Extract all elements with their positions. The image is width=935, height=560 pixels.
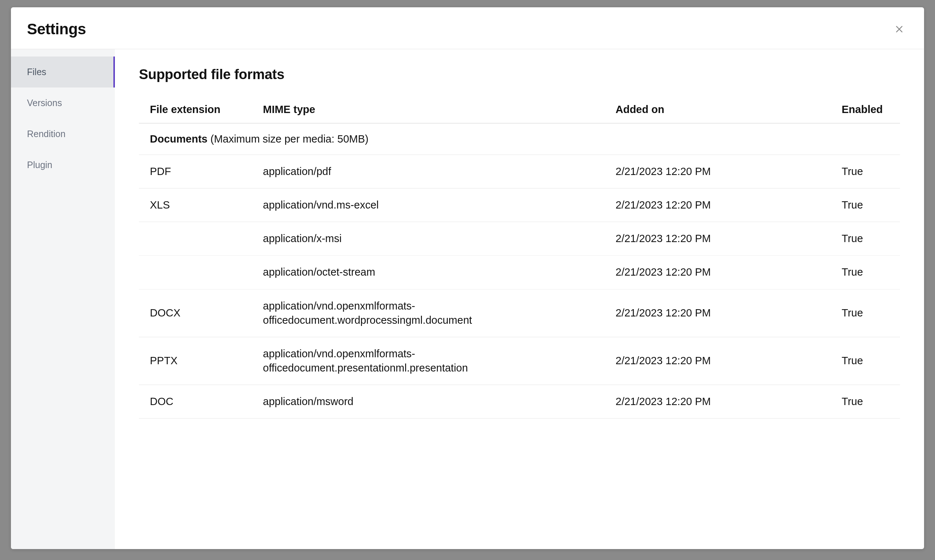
- cell-enabled: True: [842, 307, 889, 319]
- cell-enabled: True: [842, 232, 889, 245]
- close-icon: [895, 25, 904, 34]
- content-title: Supported file formats: [139, 67, 900, 82]
- cell-extension: DOCX: [150, 307, 263, 319]
- table-row: application/x-msi 2/21/2023 12:20 PM Tru…: [139, 222, 900, 255]
- column-header-enabled: Enabled: [842, 103, 889, 115]
- table-row: DOCX application/vnd.openxmlformats-offi…: [139, 289, 900, 337]
- cell-mime: application/msword: [263, 394, 615, 409]
- sidebar: Files Versions Rendition Plugin: [11, 49, 115, 549]
- modal-title: Settings: [27, 20, 86, 38]
- cell-enabled: True: [842, 166, 889, 178]
- table-row: PPTX application/vnd.openxmlformats-offi…: [139, 337, 900, 385]
- column-header-added: Added on: [615, 103, 842, 115]
- cell-mime: application/vnd.ms-excel: [263, 198, 615, 212]
- cell-enabled: True: [842, 199, 889, 211]
- settings-modal: Settings Files Versions Rendition Plugin…: [11, 7, 924, 549]
- cell-enabled: True: [842, 395, 889, 408]
- sidebar-item-files[interactable]: Files: [11, 57, 115, 88]
- table-row: PDF application/pdf 2/21/2023 12:20 PM T…: [139, 155, 900, 188]
- section-name: Documents: [150, 133, 208, 145]
- close-button[interactable]: [892, 22, 907, 37]
- cell-mime: application/octet-stream: [263, 265, 615, 279]
- table-row: application/octet-stream 2/21/2023 12:20…: [139, 255, 900, 289]
- modal-header: Settings: [11, 7, 924, 49]
- cell-enabled: True: [842, 355, 889, 367]
- cell-added: 2/21/2023 12:20 PM: [615, 232, 842, 245]
- cell-mime: application/vnd.openxmlformats-officedoc…: [263, 347, 615, 375]
- table-header-row: File extension MIME type Added on Enable…: [139, 96, 900, 124]
- file-formats-table: File extension MIME type Added on Enable…: [139, 96, 900, 418]
- column-header-mime: MIME type: [263, 103, 615, 115]
- cell-added: 2/21/2023 12:20 PM: [615, 395, 842, 408]
- cell-extension: XLS: [150, 199, 263, 211]
- cell-added: 2/21/2023 12:20 PM: [615, 307, 842, 319]
- cell-mime: application/vnd.openxmlformats-officedoc…: [263, 299, 615, 328]
- cell-enabled: True: [842, 266, 889, 278]
- sidebar-item-plugin[interactable]: Plugin: [11, 149, 115, 180]
- section-meta: (Maximum size per media: 50MB): [208, 133, 369, 145]
- column-header-extension: File extension: [150, 103, 263, 115]
- sidebar-item-versions[interactable]: Versions: [11, 88, 115, 118]
- cell-mime: application/x-msi: [263, 232, 615, 246]
- cell-added: 2/21/2023 12:20 PM: [615, 166, 842, 178]
- cell-added: 2/21/2023 12:20 PM: [615, 266, 842, 278]
- cell-extension: PPTX: [150, 355, 263, 367]
- modal-body: Files Versions Rendition Plugin Supporte…: [11, 49, 924, 549]
- table-row: XLS application/vnd.ms-excel 2/21/2023 1…: [139, 188, 900, 222]
- sidebar-item-rendition[interactable]: Rendition: [11, 118, 115, 149]
- cell-added: 2/21/2023 12:20 PM: [615, 355, 842, 367]
- section-row-documents: Documents (Maximum size per media: 50MB): [139, 124, 900, 155]
- table-row: DOC application/msword 2/21/2023 12:20 P…: [139, 385, 900, 418]
- cell-mime: application/pdf: [263, 165, 615, 178]
- cell-added: 2/21/2023 12:20 PM: [615, 199, 842, 211]
- cell-extension: PDF: [150, 166, 263, 178]
- content-panel: Supported file formats File extension MI…: [115, 49, 924, 549]
- cell-extension: DOC: [150, 395, 263, 408]
